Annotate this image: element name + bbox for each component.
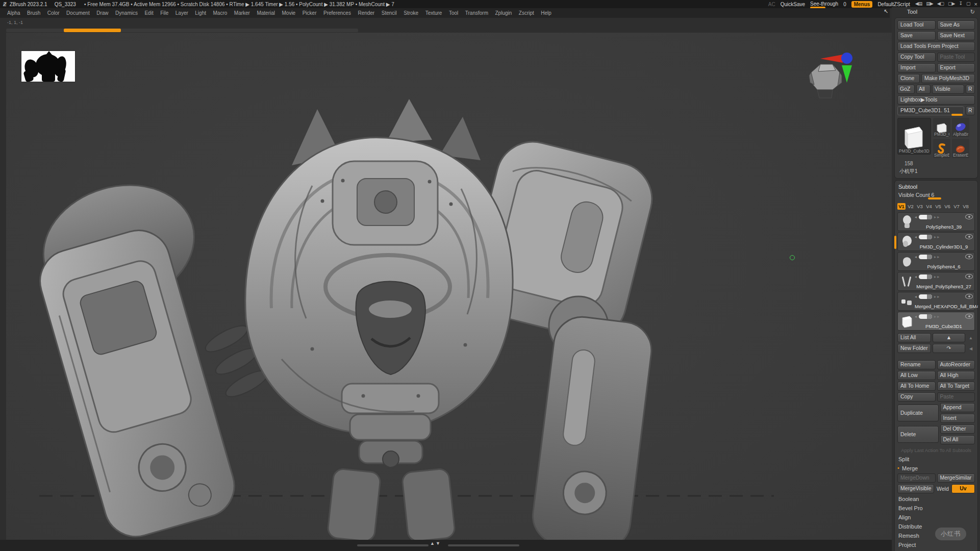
tray-down-icon[interactable]: ▼ <box>436 541 441 546</box>
panel-left-icon[interactable]: ◀▢ <box>937 1 944 7</box>
menu-item-file[interactable]: File <box>160 10 168 16</box>
copy-tool-button[interactable]: Copy Tool <box>897 53 936 62</box>
duplicate-button[interactable]: Duplicate <box>897 405 939 421</box>
lightbox-divider-track[interactable] <box>6 29 358 32</box>
del-other-button[interactable]: Del Other <box>940 424 975 434</box>
subtool-row-selected[interactable]: ◂▸ ▸ PM3D_Cube3D1 <box>897 312 975 331</box>
menu-item-alpha[interactable]: Alpha <box>7 10 20 16</box>
save-as-button[interactable]: Save As <box>937 20 975 30</box>
menu-item-draw[interactable]: Draw <box>96 10 108 16</box>
menu-item-movie[interactable]: Movie <box>282 10 296 16</box>
subtool-slider[interactable] <box>919 215 932 219</box>
subtool-up-button[interactable]: ▲ <box>933 333 965 342</box>
tool-mini-slider[interactable] <box>951 114 963 116</box>
current-tool-r-button[interactable]: R <box>966 106 975 115</box>
shelf-left-icon[interactable]: ◀▤ <box>915 1 922 7</box>
subtool-collapse-icon[interactable]: ◂ <box>915 294 917 299</box>
subtool-visibility-eye-icon[interactable] <box>965 214 973 219</box>
camera-gizmo[interactable] <box>806 47 862 101</box>
del-all-button[interactable]: Del All <box>940 435 975 444</box>
subtool-row[interactable]: ◂▸ ▸ PolySphere3_39 <box>897 212 975 231</box>
tray-divider-line2[interactable] <box>448 544 519 546</box>
subtool-visibility-eye-icon[interactable] <box>965 274 973 279</box>
weld-label[interactable]: Weld <box>936 486 950 492</box>
load-tool-button[interactable]: Load Tool <box>897 20 936 30</box>
tray-divider-line[interactable] <box>357 544 429 546</box>
import-button[interactable]: Import <box>897 63 936 72</box>
default-zscript-button[interactable]: DefaultZScript <box>877 2 910 7</box>
menu-item-light[interactable]: Light <box>195 10 206 16</box>
menus-toggle-button[interactable]: Menus <box>851 1 873 8</box>
goz-r-button[interactable]: R <box>966 85 975 94</box>
palette-history-icon[interactable]: ↻ <box>970 9 975 15</box>
section-project[interactable]: Project <box>897 541 975 548</box>
recent-tool-cube[interactable]: PM3D_C <box>933 118 950 137</box>
list-all-button[interactable]: List All <box>897 333 931 342</box>
menu-item-document[interactable]: Document <box>66 10 90 16</box>
lightbox-tools-button[interactable]: Lightbox▶Tools <box>897 95 975 105</box>
goz-button[interactable]: GoZ <box>897 85 915 94</box>
view-tab-v1[interactable]: V1 <box>897 203 906 210</box>
subtool-slider[interactable] <box>919 274 932 279</box>
make-polymesh3d-button[interactable]: Make PolyMesh3D <box>921 74 975 83</box>
subtool-collapse-icon[interactable]: ◂ <box>915 215 917 219</box>
menu-item-zplugin[interactable]: Zplugin <box>495 10 512 16</box>
subtool-collapse-icon[interactable]: ◂ <box>915 255 917 259</box>
save-next-button[interactable]: Save Next <box>937 31 975 40</box>
uv-toggle-button[interactable]: Uv <box>951 484 975 493</box>
menu-item-brush[interactable]: Brush <box>27 10 40 16</box>
menu-item-dynamics[interactable]: Dynamics <box>115 10 138 16</box>
palette-dock-arrow-icon[interactable]: ↖ <box>884 8 888 15</box>
menu-item-material[interactable]: Material <box>257 10 275 16</box>
section-merge[interactable]: Merge <box>901 464 975 472</box>
subtool-redo-button[interactable]: ↷ <box>933 344 965 353</box>
subtool-slider[interactable] <box>919 235 932 239</box>
menu-item-transform[interactable]: Transform <box>465 10 488 16</box>
subtool-visibility-eye-icon[interactable] <box>965 254 973 259</box>
lightbox-divider-handle[interactable] <box>64 29 121 32</box>
shelf-right-icon[interactable]: ▤▶ <box>926 1 933 7</box>
subtool-slider[interactable] <box>919 294 932 299</box>
goz-visible-button[interactable]: Visible <box>932 85 964 94</box>
close-window-icon[interactable]: × <box>974 1 977 7</box>
menu-item-stroke[interactable]: Stroke <box>404 10 418 16</box>
subtool-visibility-eye-icon[interactable] <box>965 294 973 299</box>
menu-item-picker[interactable]: Picker <box>303 10 317 16</box>
visible-count-slider-fill[interactable] <box>928 197 941 199</box>
dock-icon[interactable]: ↧ <box>959 1 963 7</box>
menu-item-edit[interactable]: Edit <box>144 10 153 16</box>
subtool-row[interactable]: ◂▸ ▸ Merged_HEXAPOD_full_BM4_ <box>897 292 975 311</box>
menu-item-render[interactable]: Render <box>358 10 374 16</box>
goz-all-button[interactable]: All <box>916 85 931 94</box>
new-folder-button[interactable]: New Folder <box>897 344 931 353</box>
clone-button[interactable]: Clone <box>897 74 920 83</box>
mech-model[interactable] <box>6 33 892 540</box>
view-tab-v6[interactable]: V6 <box>943 203 951 210</box>
menu-item-stencil[interactable]: Stencil <box>382 10 397 16</box>
document-canvas[interactable] <box>6 33 892 540</box>
see-through-slider[interactable]: See-through <box>810 1 838 7</box>
section-split[interactable]: Split <box>897 455 975 463</box>
subtool-slider[interactable] <box>919 255 932 259</box>
all-high-button[interactable]: All High <box>937 371 975 380</box>
view-tab-v8[interactable]: V8 <box>962 203 970 210</box>
insert-button[interactable]: Insert <box>940 414 975 423</box>
visible-count-slider[interactable]: Visible Count 6 <box>898 192 975 198</box>
section-bevel-pro[interactable]: Bevel Pro <box>897 504 975 512</box>
menu-item-zscript[interactable]: Zscript <box>519 10 534 16</box>
autoreorder-button[interactable]: AutoReorder <box>937 360 975 369</box>
copy-subtool-button[interactable]: Copy <box>897 392 936 402</box>
menu-item-preferences[interactable]: Preferences <box>323 10 351 16</box>
subtool-collapse-icon[interactable]: ◂ <box>915 314 917 319</box>
mergevisible-button[interactable]: MergeVisible <box>897 484 934 493</box>
all-to-home-button[interactable]: All To Home <box>897 382 936 391</box>
menu-item-tool[interactable]: Tool <box>449 10 458 16</box>
subtool-row[interactable]: ◂▸ ▸ PM3D_Cylinder3D1_9 <box>897 232 975 251</box>
restore-window-icon[interactable]: ▢ <box>966 1 970 7</box>
panel-right-icon[interactable]: ▢▶ <box>948 1 954 7</box>
view-tab-v7[interactable]: V7 <box>952 203 961 210</box>
section-boolean[interactable]: Boolean <box>897 495 975 503</box>
tray-up-icon[interactable]: ▲ <box>430 541 436 546</box>
mergesimilar-button[interactable]: MergeSimilar <box>937 473 975 483</box>
subtool-collapse-icon[interactable]: ◂ <box>915 274 917 279</box>
